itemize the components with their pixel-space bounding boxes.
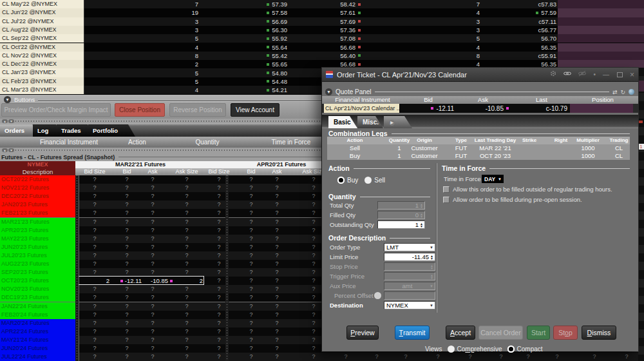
close-position-button[interactable]: Close Position: [115, 103, 165, 117]
quote-cell[interactable]: ?: [304, 209, 323, 217]
vertical-splitter[interactable]: [75, 175, 79, 361]
watchlist-row[interactable]: CL Nov'22 @NYMEX855.4256.408c55.91: [0, 52, 558, 60]
bid-size-cell[interactable]: 5: [90, 77, 198, 86]
quote-ask-cell[interactable]: -10.85: [457, 104, 512, 113]
quote-cell[interactable]: ?: [585, 353, 604, 361]
quote-cell[interactable]: ?: [242, 285, 261, 293]
quote-bid-cell[interactable]: -12.11: [399, 104, 457, 113]
quote-cell[interactable]: ?: [85, 285, 104, 293]
futures-contract-label[interactable]: JUN20'23 Futures: [0, 243, 75, 251]
quote-cell[interactable]: ?: [85, 200, 104, 209]
quote-cell[interactable]: ?: [242, 209, 261, 217]
bid-cell[interactable]: 55.92: [206, 34, 287, 43]
quote-cell[interactable]: ?: [85, 251, 104, 260]
preview-order-check-margin-impact-button[interactable]: Preview Order/Check Margin Impact: [1, 103, 111, 117]
bid-cell[interactable]: 54.48: [206, 77, 287, 86]
quote-cell[interactable]: ?: [117, 285, 137, 293]
quote-cell[interactable]: ?: [177, 285, 196, 293]
quote-cell[interactable]: ?: [267, 319, 287, 327]
maximize-icon[interactable]: [617, 72, 623, 77]
vertical-splitter[interactable]: [225, 175, 229, 361]
pin-icon[interactable]: •: [593, 68, 596, 82]
bid-size-cell[interactable]: 19: [90, 8, 198, 17]
bid-size-cell[interactable]: 3: [90, 26, 198, 34]
quote-cell[interactable]: ?: [85, 327, 104, 336]
futures-contract-label[interactable]: JAN20'23 Futures: [0, 200, 75, 209]
bid-size-cell[interactable]: 4: [90, 43, 198, 52]
dismiss-button[interactable]: Dismiss: [582, 326, 616, 340]
tab-overflow[interactable]: ▶: [384, 116, 412, 128]
quote-cell[interactable]: ?: [177, 344, 196, 353]
quote-cell[interactable]: ?: [177, 311, 196, 319]
bid-cell[interactable]: 57.39: [206, 0, 287, 8]
quote-cell[interactable]: ?: [267, 218, 287, 226]
quote-cell[interactable]: ?: [177, 200, 196, 209]
quote-cell[interactable]: ?: [367, 353, 386, 361]
ask-size-cell[interactable]: 4: [412, 8, 480, 17]
quote-cell[interactable]: ?: [143, 285, 162, 293]
link-icon[interactable]: [564, 68, 571, 82]
tab-basic[interactable]: Basic: [328, 116, 357, 128]
quote-cell[interactable]: ?: [117, 218, 137, 226]
quote-cell[interactable]: ?: [85, 260, 104, 268]
bid-size-cell[interactable]: 4: [90, 86, 198, 94]
bid-size-cell[interactable]: 2: [90, 60, 198, 68]
quote-cell[interactable]: ?: [267, 251, 287, 260]
quote-cell[interactable]: ?: [267, 311, 287, 319]
futures-contract-label[interactable]: OCT20'23 Futures: [0, 277, 75, 285]
quote-cell[interactable]: ?: [491, 353, 511, 361]
quote-cell[interactable]: ?: [143, 251, 162, 260]
quote-cell[interactable]: ?: [242, 184, 261, 192]
quote-cell[interactable]: ?: [143, 319, 162, 327]
quote-cell[interactable]: ?: [267, 327, 287, 336]
tif-dropdown[interactable]: DAY ▼: [482, 175, 504, 183]
quote-cell[interactable]: ?: [267, 353, 287, 361]
bid-size-cell[interactable]: 5: [90, 68, 198, 77]
quote-cell[interactable]: ?: [85, 336, 104, 344]
bid-size-cell[interactable]: 5: [90, 34, 198, 43]
transmit-button[interactable]: Transmit: [395, 326, 430, 340]
quote-cell[interactable]: ?: [177, 251, 196, 260]
futures-contract-label[interactable]: MAY22'23 Futures: [0, 235, 75, 243]
ask-cell[interactable]: 57.36: [283, 26, 362, 34]
quote-cell[interactable]: ?: [117, 243, 137, 251]
quote-cell[interactable]: ?: [85, 293, 104, 302]
combination-leg-row[interactable]: Sell1CustomerFUTMAR 22 '211000CL: [327, 144, 630, 152]
quote-cell[interactable]: ?: [143, 200, 162, 209]
futures-contract-label[interactable]: JAN22'24 Futures: [0, 302, 75, 311]
quote-cell[interactable]: ?: [117, 226, 137, 235]
tif-checkbox[interactable]: [443, 186, 450, 193]
quote-cell[interactable]: ?: [177, 175, 196, 184]
quote-cell[interactable]: ?: [242, 327, 261, 336]
bid-cell[interactable]: 56.69: [206, 17, 287, 26]
minimize-icon[interactable]: —: [603, 68, 609, 82]
quote-cell[interactable]: ?: [304, 251, 323, 260]
quote-cell[interactable]: ?: [85, 243, 104, 251]
quote-cell[interactable]: ?: [267, 285, 287, 293]
quote-cell[interactable]: ?: [304, 260, 323, 268]
quote-cell[interactable]: ?: [117, 184, 137, 192]
quote-cell[interactable]: ?: [242, 302, 261, 311]
quote-cell[interactable]: ?: [117, 235, 137, 243]
ask-cell[interactable]: 58.42: [283, 0, 362, 8]
quote-cell[interactable]: ?: [85, 218, 104, 226]
quote-cell[interactable]: ?: [177, 353, 196, 361]
quote-cell[interactable]: ?: [242, 260, 261, 268]
watchlist-row[interactable]: CL Aug'22 @NYMEX356.3057.363c56.77: [0, 26, 558, 34]
watchlist-row[interactable]: CL May'22 @NYMEX757.3958.427c57.83: [0, 0, 558, 8]
bid-cell[interactable]: 54.21: [206, 86, 287, 94]
quote-cell[interactable]: ?: [177, 293, 196, 302]
quote-cell[interactable]: ?: [428, 353, 448, 361]
quote-cell[interactable]: ?: [267, 184, 287, 192]
quote-cell[interactable]: ?: [518, 353, 538, 361]
watchlist-row[interactable]: CL Jul'22 @NYMEX356.6957.693c57.11: [0, 17, 558, 26]
quote-cell[interactable]: ?: [304, 302, 323, 311]
preview-button[interactable]: Preview: [346, 326, 379, 340]
ask-size-cell[interactable]: 7: [412, 0, 480, 8]
quote-cell[interactable]: ?: [117, 192, 137, 200]
quote-cell[interactable]: ?: [85, 235, 104, 243]
bid-cell[interactable]: 54.80: [206, 68, 287, 77]
quote-cell[interactable]: ?: [177, 319, 196, 327]
futures-contract-label[interactable]: FEB21'23 Futures: [0, 209, 75, 217]
futures-contract-label[interactable]: NOV20'23 Futures: [0, 285, 75, 293]
